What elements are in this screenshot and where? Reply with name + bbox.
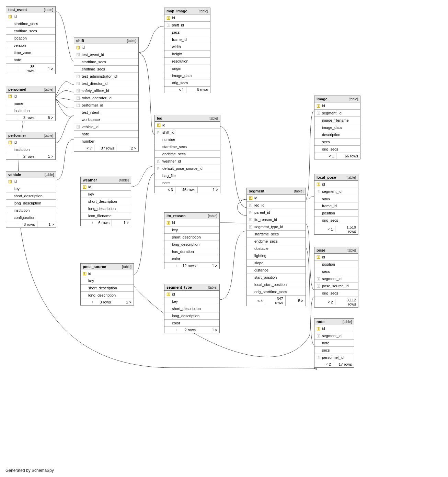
column-row: endtime_secs <box>155 151 220 158</box>
table-personnel[interactable]: personnel[table]⚿idnameinstitution3 rows… <box>6 86 56 121</box>
column-row: short_description <box>164 305 219 312</box>
column-row: frame_id <box>164 36 210 43</box>
column-name: safety_officer_id <box>82 89 109 93</box>
column-name: key <box>172 228 178 232</box>
column-row: short_description <box>81 285 134 292</box>
column-name: slope <box>254 261 263 265</box>
column-row: test_intent <box>74 109 138 116</box>
column-name: starttime_secs <box>14 22 38 26</box>
footer-cell: 2 > <box>115 299 134 305</box>
column-name: segment_id <box>322 334 342 338</box>
table-header: weather[table] <box>81 177 131 184</box>
table-vehicle[interactable]: vehicle[table]⚿idkeyshort_descriptionlon… <box>6 171 56 228</box>
table-header: segment_type[table] <box>164 284 219 291</box>
column-name: id <box>14 14 17 19</box>
column-name: shift_id <box>172 23 184 27</box>
column-row: time_zone <box>6 49 55 56</box>
table-local_pose[interactable]: local_pose[table]⚿id⚿segment_idsecsframe… <box>314 174 358 235</box>
column-name: short_description <box>172 307 201 311</box>
table-header: personnel[table] <box>6 86 55 93</box>
column-row: institution <box>6 107 55 114</box>
table-image[interactable]: image[table]⚿id⚿segment_idimage_filename… <box>314 96 360 159</box>
footer-cell: 1 > <box>200 327 219 333</box>
column-name: short_description <box>88 199 117 203</box>
key-icon: ⚿ <box>317 182 320 186</box>
column-row: ⚿ito_reason_id <box>247 216 306 223</box>
table-performer[interactable]: performer[table]⚿idinstitution2 rows1 > <box>6 132 56 160</box>
column-name: default_pose_source_id <box>162 166 203 170</box>
column-name: endtime_secs <box>254 239 278 243</box>
column-name: workspace <box>82 118 100 122</box>
column-row: slope <box>247 259 306 267</box>
table-test_event[interactable]: test_event[table]⚿idstarttime_secsendtim… <box>6 6 56 74</box>
key-icon: ⚿ <box>166 221 170 225</box>
column-row: ⚿id <box>155 122 220 129</box>
table-footer: < 737 rows2 > <box>74 145 138 151</box>
table-tag: [table] <box>44 134 53 137</box>
column-row: key <box>81 277 134 285</box>
column-name: bag_file <box>162 174 176 178</box>
column-name: start_position <box>254 275 277 279</box>
footer-cell: 1 > <box>39 153 56 159</box>
table-weather[interactable]: weather[table]⚿idkeyshort_descriptionlon… <box>80 177 131 226</box>
column-name: name <box>14 101 23 106</box>
footer-cell: 1 > <box>114 220 131 226</box>
column-row: ⚿robot_operator_id <box>74 95 138 102</box>
footer-cell: 45 rows <box>177 187 198 193</box>
table-ito_reason[interactable]: ito_reason[table]⚿idkeyshort_description… <box>164 212 220 269</box>
column-name: long_description <box>172 242 199 246</box>
footer-cell: 1,519 rows <box>337 224 358 234</box>
table-title: local_pose <box>317 175 336 179</box>
column-row: distance <box>247 267 306 274</box>
table-note[interactable]: note[table]⚿id⚿segment_idnotesecs⚿person… <box>314 318 354 368</box>
column-row: local_start_position <box>247 281 306 288</box>
fk-key-icon: ⚿ <box>249 225 252 229</box>
column-row: starttime_secs <box>247 231 306 238</box>
column-name: has_duration <box>172 249 194 254</box>
table-footer: 6 rows1 > <box>81 220 131 226</box>
column-row: short_description <box>81 198 131 205</box>
column-name: pose_source_id <box>322 284 349 288</box>
column-name: note <box>162 181 170 185</box>
table-leg[interactable]: leg[table]⚿id⚿shift_idnumberstarttime_se… <box>154 115 220 193</box>
table-map_image[interactable]: map_image[table]⚿id⚿shift_idsecsframe_id… <box>164 8 210 93</box>
key-icon: ⚿ <box>76 45 80 49</box>
table-segment_type[interactable]: segment_type[table]⚿idkeyshort_descripti… <box>164 284 220 333</box>
table-tag: [table] <box>208 286 217 289</box>
column-name: institution <box>14 208 30 212</box>
key-icon: ⚿ <box>317 326 320 331</box>
table-pose_source[interactable]: pose_source[table]⚿idkeyshort_descriptio… <box>80 263 134 306</box>
column-name: long_description <box>88 293 116 297</box>
column-row: bag_file <box>155 172 220 179</box>
column-row: has_duration <box>164 248 219 255</box>
column-row: lighting <box>247 252 306 259</box>
fk-key-icon: ⚿ <box>317 334 320 338</box>
column-row: starttime_secs <box>6 20 55 27</box>
column-row: ⚿id <box>314 181 358 188</box>
column-row: workspace <box>74 116 138 123</box>
column-row: ⚿segment_id <box>314 188 358 195</box>
column-name: endtime_secs <box>162 152 186 156</box>
table-tag: [table] <box>44 88 53 91</box>
footer-cell: 5 > <box>39 114 56 121</box>
table-segment[interactable]: segment[table]⚿id⚿leg_id⚿parent_id⚿ito_r… <box>246 188 306 306</box>
table-pose[interactable]: pose[table]⚿idpositionsecs⚿segment_id⚿po… <box>314 247 358 308</box>
column-row: long_description <box>164 241 219 248</box>
column-name: long_description <box>172 314 199 318</box>
table-footer: 12 rows1 > <box>164 263 219 269</box>
table-title: ito_reason <box>166 214 186 218</box>
footer-cell: 3 rows <box>95 299 113 305</box>
column-row: ⚿id <box>314 102 360 110</box>
footer-cell <box>81 222 93 224</box>
footer-cell <box>164 329 176 331</box>
column-row: ⚿segment_id <box>314 110 360 117</box>
fk-key-icon: ⚿ <box>76 53 80 57</box>
footer-cell: 17 rows <box>335 361 354 367</box>
column-row: ⚿parent_id <box>247 209 306 216</box>
column-name: secs <box>322 197 330 201</box>
table-header: shift[table] <box>74 37 138 44</box>
fk-key-icon: ⚿ <box>317 189 320 193</box>
table-footer: 2 rows1 > <box>6 153 55 159</box>
table-shift[interactable]: shift[table]⚿id⚿test_event_idstarttime_s… <box>74 37 139 152</box>
column-name: segment_type_id <box>254 225 283 229</box>
